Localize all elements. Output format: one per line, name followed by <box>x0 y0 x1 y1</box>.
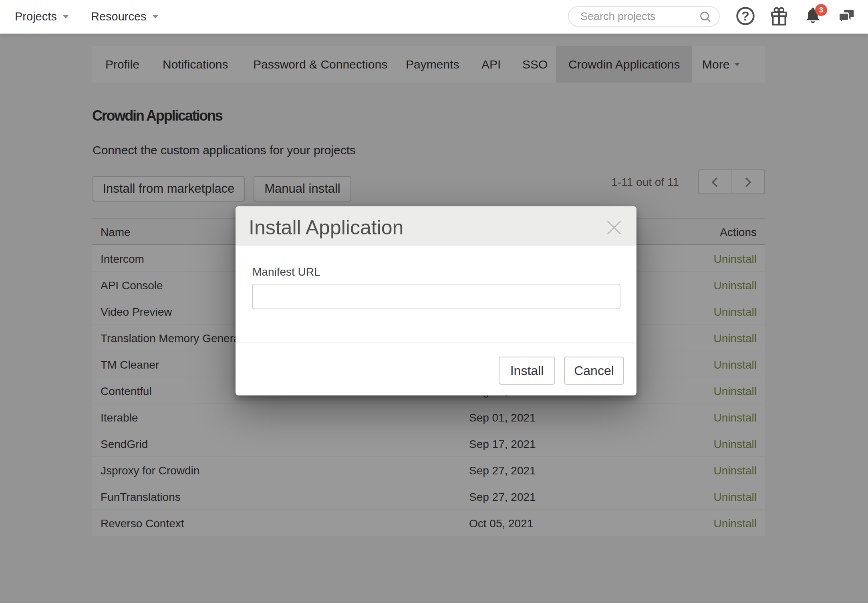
svg-text:?: ? <box>741 9 749 23</box>
